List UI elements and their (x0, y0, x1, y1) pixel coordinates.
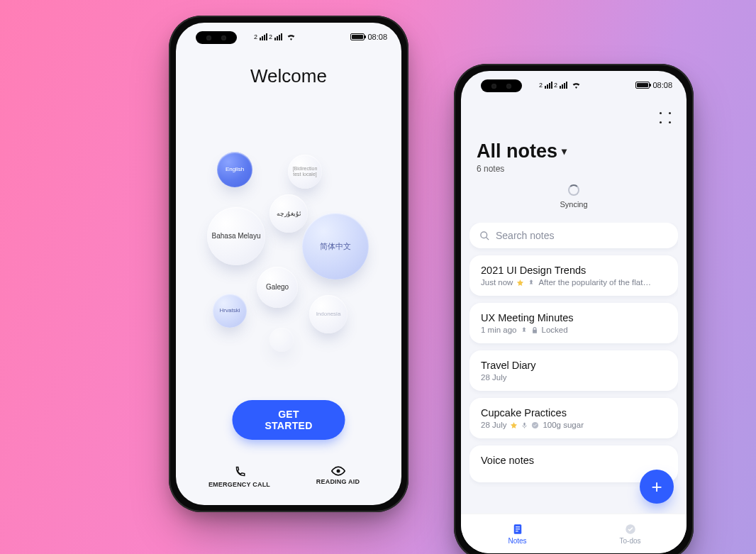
tab-todos[interactable]: To-dos (574, 514, 686, 553)
status-time: 08:08 (652, 81, 672, 89)
battery-icon (635, 82, 650, 89)
phone-frame-welcome: 2 2 08:08 Welcome English [Bidirection t… (169, 16, 408, 512)
language-bubble-bidirection[interactable]: [Bidirection test locale] (288, 155, 322, 189)
emergency-call-button[interactable]: EMERGENCY CALL (197, 466, 282, 488)
signal-bars-icon (274, 33, 282, 40)
get-started-button[interactable]: GET STARTED (233, 400, 345, 440)
language-bubble-english[interactable]: English (217, 152, 252, 187)
carrier-slot: 2 (539, 82, 543, 89)
screen-notes: 2 2 08:08 All notes ▾ 6 notes Syncing (461, 71, 686, 553)
bottom-tabbar: Notes To-dos (461, 514, 686, 553)
sync-label: Syncing (560, 200, 587, 209)
tab-todos-label: To-dos (619, 537, 640, 545)
svg-line-2 (486, 237, 489, 240)
notes-count: 6 notes (477, 164, 567, 174)
emergency-call-label: EMERGENCY CALL (209, 481, 270, 488)
pin-icon (528, 279, 535, 287)
note-title: UX Meeting Minutes (481, 312, 667, 323)
search-input[interactable]: Search notes (469, 223, 678, 248)
note-title: Cupcake Practices (481, 407, 667, 419)
phone-frame-notes: 2 2 08:08 All notes ▾ 6 notes Syncing (454, 64, 694, 554)
note-title: Voice notes (481, 455, 667, 466)
mic-icon (521, 421, 528, 429)
spinner-icon (568, 184, 579, 196)
svg-rect-8 (516, 531, 518, 531)
notes-header: All notes ▾ 6 notes (477, 140, 567, 174)
note-item[interactable]: UX Meeting Minutes 1 min ago Locked (469, 303, 678, 343)
language-bubble-indonesia[interactable]: Indonesia (309, 295, 348, 333)
svg-point-1 (481, 231, 487, 238)
lock-icon (531, 326, 538, 334)
note-time: 1 min ago (481, 326, 517, 334)
todos-icon (624, 523, 637, 536)
signal-bars-icon (560, 82, 567, 89)
camera-cutout (481, 79, 522, 92)
signal-bars-icon (545, 82, 552, 89)
signal-bars-icon (260, 33, 267, 40)
status-time: 08:08 (367, 33, 387, 41)
note-time: 28 July (481, 421, 506, 429)
sync-status: Syncing (461, 184, 686, 209)
language-bubbles: English [Bidirection test locale] ئۇيغۇر… (176, 148, 401, 375)
screen-welcome: 2 2 08:08 Welcome English [Bidirection t… (176, 23, 401, 505)
note-item[interactable]: Travel Diary 28 July (469, 350, 678, 391)
svg-rect-7 (516, 528, 520, 529)
quick-actions: EMERGENCY CALL READING AID (176, 466, 401, 488)
language-bubble-more[interactable] (269, 328, 294, 352)
note-item[interactable]: 2021 UI Design Trends Just now After the… (469, 255, 678, 296)
note-title: 2021 UI Design Trends (481, 265, 667, 276)
search-placeholder: Search notes (496, 230, 555, 241)
language-bubble-galego[interactable]: Galego (257, 267, 298, 308)
star-icon (510, 421, 518, 429)
wifi-icon (287, 33, 296, 40)
language-bubble-uyghur[interactable]: ئۇيغۇرچە (269, 194, 308, 233)
notes-list: Search notes 2021 UI Design Trends Just … (469, 223, 678, 514)
phone-icon (233, 466, 246, 479)
note-locked-label: Locked (542, 326, 568, 334)
note-item[interactable]: Cupcake Practices 28 July 100g sugar (469, 398, 678, 438)
reading-aid-label: READING AID (316, 478, 360, 485)
note-time: 28 July (481, 373, 506, 382)
language-bubble-hrvatski[interactable]: Hrvatski (213, 294, 247, 328)
add-note-fab[interactable]: + (640, 470, 674, 504)
battery-icon (350, 33, 365, 40)
folder-title: All notes (477, 140, 557, 162)
language-bubble-chinese[interactable]: 简体中文 (302, 213, 369, 279)
svg-rect-3 (524, 422, 526, 426)
carrier-slot: 2 (554, 82, 557, 89)
note-snippet: After the popularity of the flat… (538, 278, 651, 287)
welcome-title: Welcome (176, 65, 401, 87)
note-title: Travel Diary (481, 360, 667, 371)
language-bubble-melayu[interactable]: Bahasa Melayu (207, 207, 265, 265)
carrier-slot: 2 (254, 33, 257, 40)
svg-point-0 (336, 470, 340, 473)
tab-notes[interactable]: Notes (461, 514, 574, 553)
notes-icon (511, 523, 524, 536)
tab-notes-label: Notes (508, 537, 526, 545)
folder-picker[interactable]: All notes ▾ (477, 140, 567, 162)
note-snippet: 100g sugar (543, 421, 584, 429)
search-icon (479, 231, 490, 241)
check-circle-icon (531, 421, 539, 429)
status-bar: 2 2 08:08 (254, 28, 387, 45)
star-icon (516, 279, 524, 287)
menu-button[interactable] (658, 111, 672, 125)
wifi-icon (572, 82, 581, 89)
pin-icon (521, 326, 528, 334)
reading-aid-button[interactable]: READING AID (296, 466, 381, 488)
caret-down-icon: ▾ (562, 145, 567, 157)
carrier-slot: 2 (269, 33, 272, 40)
status-bar: 2 2 08:08 (539, 77, 672, 94)
camera-cutout (196, 31, 237, 44)
svg-rect-6 (516, 526, 520, 527)
note-time: Just now (481, 278, 513, 287)
eye-icon (331, 466, 345, 476)
